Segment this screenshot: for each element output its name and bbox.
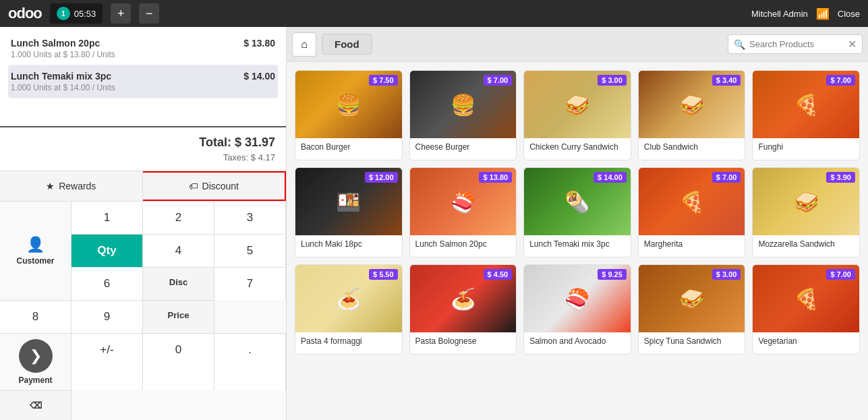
key-7[interactable]: 7 bbox=[214, 267, 286, 300]
add-order-button[interactable]: + bbox=[111, 3, 131, 24]
product-card-margherita[interactable]: 🍕 $ 7.00 Margherita bbox=[638, 167, 746, 258]
key-8[interactable]: 8 bbox=[0, 300, 71, 333]
key-plusminus[interactable]: +/- bbox=[71, 333, 143, 390]
product-image-wrap: 🍝 $ 4.50 bbox=[410, 265, 517, 332]
product-name: Pasta 4 formaggi bbox=[295, 332, 402, 354]
product-name: Lunch Temaki mix 3pc bbox=[524, 235, 631, 257]
wifi-icon: 📶 bbox=[816, 7, 830, 20]
product-name: Vegetarian bbox=[753, 332, 859, 354]
total-line: Total: $ 31.97 bbox=[11, 136, 275, 150]
tag-icon: 🏷 bbox=[189, 181, 198, 191]
product-image-wrap: 🥪 $ 3.00 bbox=[639, 265, 745, 332]
product-card-mozzarella-sandwich[interactable]: 🥪 $ 3.90 Mozzarella Sandwich bbox=[752, 167, 860, 258]
product-card-chicken-curry[interactable]: 🥪 $ 3.00 Chicken Curry Sandwich bbox=[523, 70, 631, 160]
order-total: Total: $ 31.97 Taxes: $ 4.17 bbox=[0, 126, 286, 171]
key-5[interactable]: 5 bbox=[214, 234, 286, 267]
product-price-badge: $ 7.00 bbox=[826, 75, 855, 86]
product-name: Margherita bbox=[639, 235, 745, 257]
minus-button[interactable]: − bbox=[139, 3, 159, 24]
star-icon: ★ bbox=[46, 181, 55, 191]
product-name: Lunch Maki 18pc bbox=[295, 235, 402, 257]
disc-key[interactable]: Disc bbox=[143, 267, 214, 300]
product-price-badge: $ 7.00 bbox=[484, 75, 513, 86]
product-price-badge: $ 7.00 bbox=[712, 172, 741, 183]
key-9[interactable]: 9 bbox=[71, 300, 143, 333]
product-price-badge: $ 13.80 bbox=[479, 172, 512, 183]
key-6[interactable]: 6 bbox=[71, 267, 143, 300]
numpad: 👤 Customer 1 2 3 Qty 4 5 6 Disc 7 8 9 bbox=[0, 201, 286, 420]
product-image-wrap: 🍣 $ 9.25 bbox=[524, 265, 631, 332]
product-price-badge: $ 14.00 bbox=[594, 172, 627, 183]
search-icon: 🔍 bbox=[734, 39, 745, 50]
customer-area[interactable]: 👤 Customer bbox=[0, 201, 71, 300]
product-grid: 🍔 $ 7.50 Bacon Burger 🍔 $ 7.00 Cheese Bu… bbox=[287, 62, 868, 420]
product-card-bacon-burger[interactable]: 🍔 $ 7.50 Bacon Burger bbox=[295, 70, 403, 160]
product-image-wrap: 🍕 $ 7.00 bbox=[753, 71, 859, 138]
close-button[interactable]: Close bbox=[838, 9, 860, 19]
product-card-vegetarian[interactable]: 🍕 $ 7.00 Vegetarian bbox=[752, 264, 860, 355]
price-key[interactable]: Price bbox=[143, 300, 214, 333]
search-area: 🔍 ✕ bbox=[728, 34, 863, 54]
payment-area: ❯ Payment bbox=[0, 333, 71, 390]
taxes-value: $ 4.17 bbox=[251, 152, 275, 162]
key-2[interactable]: 2 bbox=[143, 201, 214, 234]
product-name: Cheese Burger bbox=[410, 138, 517, 160]
product-image-wrap: 🍕 $ 7.00 bbox=[753, 265, 859, 332]
rewards-button[interactable]: ★ Rewards bbox=[0, 171, 143, 201]
product-image-wrap: 🥪 $ 3.40 bbox=[639, 71, 745, 138]
product-image-wrap: 🍱 $ 12.00 bbox=[295, 168, 402, 235]
product-card-spicy-tuna[interactable]: 🥪 $ 3.00 Spicy Tuna Sandwich bbox=[638, 264, 746, 355]
product-card-club-sandwich[interactable]: 🥪 $ 3.40 Club Sandwich bbox=[638, 70, 746, 160]
product-card-funghi[interactable]: 🍕 $ 7.00 Funghi bbox=[752, 70, 860, 160]
odoo-logo: odoo bbox=[8, 5, 42, 22]
product-price-badge: $ 3.00 bbox=[598, 75, 627, 86]
payment-label: Payment bbox=[18, 376, 52, 385]
main-layout: Lunch Salmon 20pc $ 13.80 1.000 Units at… bbox=[0, 27, 868, 420]
search-clear-icon[interactable]: ✕ bbox=[848, 38, 857, 51]
key-dot[interactable]: . bbox=[214, 333, 286, 390]
key-3[interactable]: 3 bbox=[214, 201, 286, 234]
user-name: Mitchell Admin bbox=[751, 9, 808, 19]
product-card-lunch-maki[interactable]: 🍱 $ 12.00 Lunch Maki 18pc bbox=[295, 167, 403, 258]
product-name: Club Sandwich bbox=[639, 138, 745, 160]
top-bar-left: odoo 1 05:53 + − bbox=[8, 3, 159, 24]
order-item[interactable]: Lunch Salmon 20pc $ 13.80 1.000 Units at… bbox=[8, 32, 278, 65]
home-button[interactable]: ⌂ bbox=[292, 32, 316, 57]
order-item-price: $ 14.00 bbox=[243, 71, 275, 82]
order-badge: 1 bbox=[57, 7, 70, 20]
product-price-badge: $ 3.40 bbox=[712, 75, 741, 86]
key-1[interactable]: 1 bbox=[71, 201, 143, 234]
total-label: Total: bbox=[199, 136, 231, 149]
food-category-button[interactable]: Food bbox=[322, 34, 372, 55]
customer-icon: 👤 bbox=[26, 236, 45, 253]
product-price-badge: $ 12.00 bbox=[365, 172, 398, 183]
order-button[interactable]: 1 05:53 bbox=[50, 3, 103, 24]
product-image-wrap: 🥪 $ 3.00 bbox=[524, 71, 631, 138]
product-name: Pasta Bolognese bbox=[410, 332, 517, 354]
payment-button[interactable]: ❯ bbox=[19, 339, 53, 373]
product-image-wrap: 🍔 $ 7.50 bbox=[295, 71, 402, 138]
product-image-wrap: 🍝 $ 5.50 bbox=[295, 265, 402, 332]
product-card-pasta-4f[interactable]: 🍝 $ 5.50 Pasta 4 formaggi bbox=[295, 264, 403, 355]
product-price-badge: $ 3.90 bbox=[826, 172, 855, 183]
product-card-cheese-burger[interactable]: 🍔 $ 7.00 Cheese Burger bbox=[409, 70, 517, 160]
product-price-badge: $ 7.00 bbox=[826, 269, 855, 280]
top-bar-right: Mitchell Admin 📶 Close bbox=[751, 7, 860, 20]
key-0[interactable]: 0 bbox=[143, 333, 214, 390]
backspace-key[interactable]: ⌫ bbox=[0, 390, 71, 420]
qty-key[interactable]: Qty bbox=[71, 234, 143, 267]
search-input[interactable] bbox=[749, 39, 844, 49]
order-item[interactable]: Lunch Temaki mix 3pc $ 14.00 1.000 Units… bbox=[8, 65, 278, 98]
home-icon: ⌂ bbox=[301, 38, 308, 51]
product-card-salmon-avo[interactable]: 🍣 $ 9.25 Salmon and Avocado bbox=[523, 264, 631, 355]
product-image-wrap: 🍣 $ 13.80 bbox=[410, 168, 517, 235]
product-image-wrap: 🥪 $ 3.90 bbox=[753, 168, 859, 235]
key-4[interactable]: 4 bbox=[143, 234, 214, 267]
product-price-badge: $ 9.25 bbox=[598, 269, 627, 280]
product-price-badge: $ 5.50 bbox=[369, 269, 398, 280]
customer-label: Customer bbox=[16, 256, 54, 266]
product-card-pasta-bolo[interactable]: 🍝 $ 4.50 Pasta Bolognese bbox=[409, 264, 517, 355]
product-card-lunch-salmon[interactable]: 🍣 $ 13.80 Lunch Salmon 20pc bbox=[409, 167, 517, 258]
discount-button[interactable]: 🏷 Discount bbox=[143, 171, 287, 201]
product-card-lunch-temaki[interactable]: 🌯 $ 14.00 Lunch Temaki mix 3pc bbox=[523, 167, 631, 258]
